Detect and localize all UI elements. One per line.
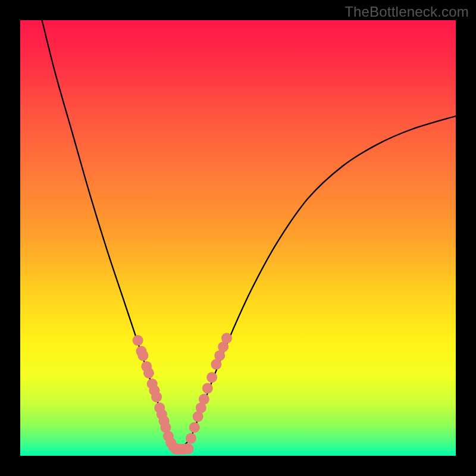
plot-area <box>20 20 456 456</box>
chart-svg <box>20 20 456 456</box>
marker-dot <box>133 335 143 346</box>
marker-layer <box>133 333 232 455</box>
marker-dot <box>206 372 217 383</box>
marker-dot <box>189 422 200 433</box>
marker-dot <box>186 433 196 444</box>
marker-dot <box>202 383 213 394</box>
marker-dot <box>151 392 162 402</box>
marker-dot <box>199 394 209 405</box>
chart-frame: TheBottleneck.com <box>0 0 476 476</box>
marker-dot <box>221 333 232 343</box>
marker-dot <box>183 443 194 454</box>
curve-path <box>42 20 456 450</box>
marker-dot <box>143 368 154 378</box>
marker-dot <box>137 350 148 361</box>
watermark-text: TheBottleneck.com <box>345 4 469 20</box>
